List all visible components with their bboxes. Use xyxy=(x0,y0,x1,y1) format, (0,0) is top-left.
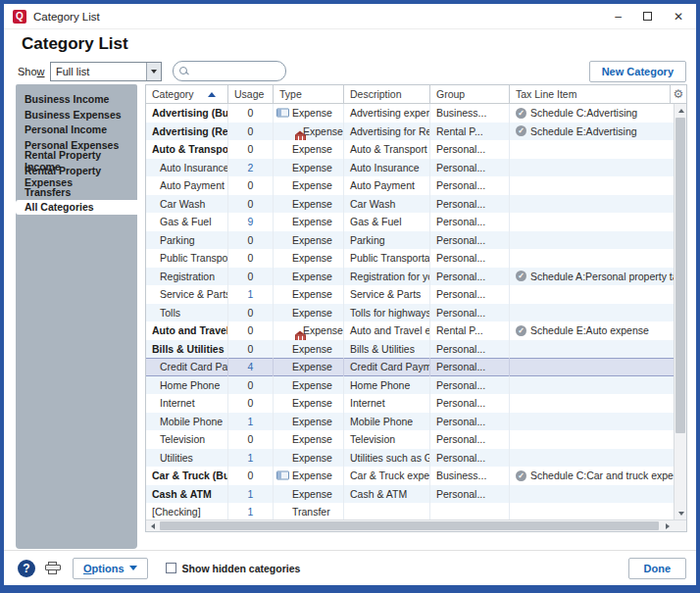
table-row[interactable]: Auto and Travel (... 0 Expense Auto and … xyxy=(146,321,674,340)
usage-link[interactable]: 1 xyxy=(228,449,274,468)
table-row[interactable]: Cash & ATM 1 Expense Cash & ATM Personal… xyxy=(146,485,674,504)
cell-type: Expense xyxy=(274,285,344,304)
column-header-tax-line-item[interactable]: Tax Line Item xyxy=(510,85,671,103)
business-icon xyxy=(276,109,289,118)
table-row[interactable]: Auto & Transport 0 Expense Auto & Transp… xyxy=(146,140,674,159)
sidebar-item-all-categories[interactable]: All Categories xyxy=(16,200,137,216)
table-row[interactable]: Auto Payment 0 Expense Auto Payment Pers… xyxy=(146,176,674,195)
search-input[interactable] xyxy=(179,62,328,80)
table-row[interactable]: Mobile Phone 1 Expense Mobile Phone Pers… xyxy=(146,413,674,431)
cell-usage: 0 xyxy=(228,340,274,359)
usage-link[interactable]: 1 xyxy=(228,485,274,504)
cell-type: Expense xyxy=(274,449,344,468)
table-row[interactable]: Advertising (Rental) 0 Expense Advertisi… xyxy=(146,123,674,141)
tax-check-icon: ✓ xyxy=(516,125,526,136)
table-row[interactable]: Public Transport... 0 Expense Public Tra… xyxy=(146,249,674,268)
table-row[interactable]: Television 0 Expense Television Personal… xyxy=(146,430,674,449)
table-row[interactable]: Utilities 1 Expense Utilities such as Ga… xyxy=(146,449,674,468)
table-row[interactable]: Registration 0 Expense Registration for … xyxy=(146,268,674,286)
column-header-usage[interactable]: Usage xyxy=(228,85,274,103)
table-row[interactable]: Parking 0 Expense Parking Personal... xyxy=(146,231,674,250)
usage-link[interactable]: 1 xyxy=(228,413,274,431)
table-row[interactable]: Gas & Fuel 9 Expense Gas & Fuel Personal… xyxy=(146,213,674,231)
cell-tax-line-item xyxy=(510,358,674,376)
cell-description: Parking xyxy=(344,231,430,250)
cell-usage: 0 xyxy=(228,195,274,214)
cell-group: Personal... xyxy=(430,358,510,376)
usage-link[interactable]: 1 xyxy=(228,285,274,304)
cell-type: Expense xyxy=(274,249,344,268)
cell-group: Rental P... xyxy=(430,321,510,340)
cell-type: Expense xyxy=(274,213,344,231)
cell-usage: 0 xyxy=(228,176,274,195)
horizontal-scrollbar[interactable] xyxy=(146,519,686,531)
table-row[interactable]: Credit Card Pay... 4 Expense Credit Card… xyxy=(146,358,674,376)
table-row[interactable]: Home Phone 0 Expense Home Phone Personal… xyxy=(146,376,674,395)
cell-tax-line-item xyxy=(510,213,674,231)
table-row[interactable]: Advertising (Busi... 0 Expense Advertisi… xyxy=(146,104,674,123)
maximize-icon[interactable] xyxy=(643,11,652,23)
chevron-down-icon xyxy=(129,566,137,570)
usage-link[interactable]: 4 xyxy=(228,358,274,376)
cell-description: Cash & ATM xyxy=(344,485,430,504)
options-label: Options xyxy=(83,563,125,574)
done-button[interactable]: Done xyxy=(628,558,687,579)
sidebar-item-rental-property-expenses[interactable]: Rental Property Expenses xyxy=(16,169,137,184)
gear-icon[interactable]: ⚙ xyxy=(674,88,684,100)
cell-type: Transfer xyxy=(274,503,344,519)
cell-category: Bills & Utilities xyxy=(146,340,228,359)
table-row[interactable]: Car Wash 0 Expense Car Wash Personal... xyxy=(146,195,674,214)
cell-category: Advertising (Rental) xyxy=(146,123,228,141)
cell-tax-line-item: ✓Schedule E:Advertising xyxy=(510,123,674,141)
new-category-button[interactable]: New Category xyxy=(589,61,686,82)
column-header-description[interactable]: Description xyxy=(344,85,430,103)
cell-tax-line-item xyxy=(510,485,674,504)
category-list-window: Q Category List – ✕ Category List Show F… xyxy=(0,0,700,593)
vertical-scrollbar[interactable] xyxy=(674,104,686,519)
column-header-group[interactable]: Group xyxy=(430,85,510,103)
cell-category: Utilities xyxy=(146,449,228,468)
column-settings[interactable]: ⚙ xyxy=(671,85,686,103)
titlebar: Q Category List – ✕ xyxy=(4,4,696,29)
show-hidden-categories-checkbox[interactable] xyxy=(166,563,176,573)
cell-description: Advertising for Re... xyxy=(344,123,430,141)
scroll-down-icon[interactable] xyxy=(675,507,687,519)
show-dropdown[interactable]: Full list xyxy=(50,62,162,81)
cell-description: Auto and Travel e... xyxy=(344,321,430,340)
column-header-category[interactable]: Category xyxy=(146,85,228,103)
table-row[interactable]: Car & Truck (Busi... 0 Expense Car & Tru… xyxy=(146,467,674,485)
scroll-right-icon[interactable] xyxy=(661,519,674,532)
help-icon[interactable]: ? xyxy=(18,560,35,577)
quicken-app-icon: Q xyxy=(13,10,26,24)
search-box[interactable] xyxy=(173,61,286,81)
table-row[interactable]: Tolls 0 Expense Tolls for highways,... P… xyxy=(146,304,674,322)
column-header-type[interactable]: Type xyxy=(274,85,344,103)
sidebar-item-personal-income[interactable]: Personal Income xyxy=(16,123,137,138)
cell-type: Expense xyxy=(274,358,344,376)
dropdown-button[interactable] xyxy=(146,63,161,80)
horizontal-scroll-thumb[interactable] xyxy=(160,521,659,530)
sidebar-item-business-income[interactable]: Business Income xyxy=(16,91,137,107)
table-row[interactable]: Bills & Utilities 0 Expense Bills & Util… xyxy=(146,340,674,359)
usage-link[interactable]: 1 xyxy=(228,503,274,519)
scroll-up-icon[interactable] xyxy=(675,104,687,117)
table-row[interactable]: Internet 0 Expense Internet Personal... xyxy=(146,394,674,413)
cell-category: Television xyxy=(146,430,228,449)
table-row[interactable]: Auto Insurance 2 Expense Auto Insurance … xyxy=(146,159,674,177)
usage-link[interactable]: 9 xyxy=(228,213,274,231)
tax-check-icon: ✓ xyxy=(516,108,526,119)
table-row[interactable]: Service & Parts 1 Expense Service & Part… xyxy=(146,285,674,304)
print-icon[interactable] xyxy=(44,562,61,575)
minimize-icon[interactable]: – xyxy=(615,11,622,23)
vertical-scroll-thumb[interactable] xyxy=(675,118,685,433)
cell-tax-line-item xyxy=(510,159,674,177)
options-button[interactable]: Options xyxy=(73,558,148,579)
cell-category: Gas & Fuel xyxy=(146,213,228,231)
cell-tax-line-item xyxy=(510,231,674,250)
table-row[interactable]: [Checking] 1 Transfer xyxy=(146,503,674,519)
close-icon[interactable]: ✕ xyxy=(674,11,683,23)
sidebar-item-business-expenses[interactable]: Business Expenses xyxy=(16,107,137,123)
cell-description: Public Transportation xyxy=(344,249,430,268)
scroll-left-icon[interactable] xyxy=(146,519,159,532)
usage-link[interactable]: 2 xyxy=(228,159,274,177)
